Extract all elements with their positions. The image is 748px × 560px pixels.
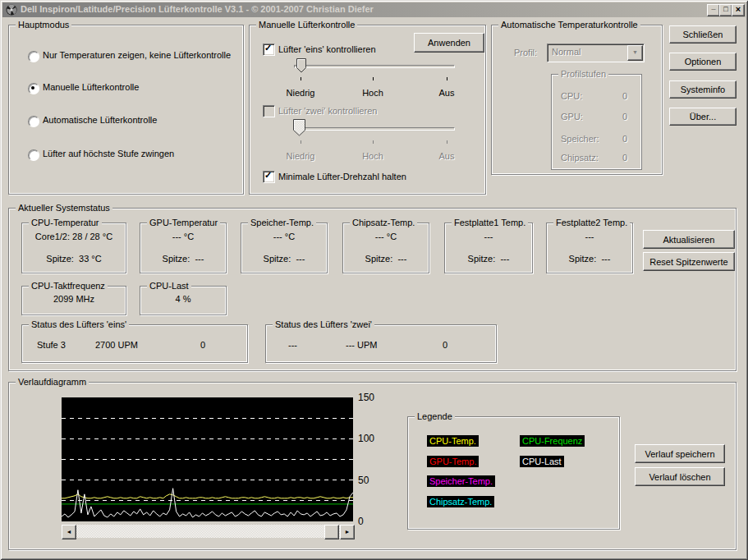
cpu-temp-peak-label: Spitze: (46, 254, 74, 264)
speicher-temp-peak-value: --- (296, 254, 305, 264)
fan2-slider-tick-high (373, 140, 374, 144)
fan1-checkbox-label: Lüfter 'eins' kontrollieren (278, 44, 376, 54)
stufen-chipsatz-value: 0 (622, 153, 627, 163)
close-icon: × (736, 4, 741, 14)
fan2-status-box: Status des Lüfters 'zwei' --- --- UPM 0 (265, 324, 497, 363)
history-chart-svg (62, 397, 353, 521)
chart-scrollbar[interactable]: ◄ ► (62, 525, 353, 538)
group-legende-title: Legende (415, 411, 455, 422)
chipsatz-temp-box: Chipsatz-Temp. --- °C Spitze: --- (342, 223, 429, 273)
radio-manual[interactable] (28, 83, 39, 94)
reset-spitzenwerte-button[interactable]: Reset Spitzenwerte (643, 252, 735, 271)
stufen-gpu-label: GPU: (561, 112, 583, 122)
minimize-button[interactable]: _ (707, 4, 720, 16)
radio-automatic[interactable] (28, 116, 39, 127)
window-title: Dell Inspiron/Latitude/Precision Lüfterk… (21, 4, 374, 14)
minimize-icon: _ (711, 2, 715, 11)
scroll-left-button[interactable]: ◄ (62, 525, 76, 539)
speicher-temp-box: Speicher-Temp. --- °C Spitze: --- (241, 223, 328, 273)
ueber-button[interactable]: Über... (669, 108, 737, 126)
title-bar: Dell Inspiron/Latitude/Precision Lüfterk… (2, 2, 746, 17)
fan2-slider-tick-off (447, 140, 447, 144)
stufen-chipsatz-label: Chipsatz: (561, 153, 599, 163)
chipsatz-temp-peak-label: Spitze: (365, 254, 393, 264)
legend-cpu-frequenz: CPU-Frequenz (520, 435, 585, 447)
cpu-load-box: CPU-Last 4 % (140, 286, 227, 315)
fan2-slider-tick-low (301, 140, 301, 144)
fan2-checkbox-label: Lüfter 'zwei' kontrollieren (278, 106, 377, 116)
fan1-slider-label-high: Hoch (362, 88, 383, 98)
fan1-slider-thumb[interactable] (296, 58, 306, 73)
arrow-right-icon: ► (345, 529, 351, 535)
festplatte1-temp-value: --- (445, 232, 532, 241)
radio-temps-only[interactable] (28, 51, 39, 62)
group-manuelle-title: Manuelle Lüfterkontrolle (256, 19, 357, 30)
festplatte2-temp-value: --- (547, 232, 632, 241)
gpu-temp-peak-value: --- (195, 254, 204, 264)
fan1-count: 0 (200, 340, 205, 350)
min-rpm-checkbox-label: Minimale Lüfter-Drehzahl halten (278, 172, 406, 181)
cpu-temp-box-title: CPU-Temperatur (29, 217, 102, 228)
fan2-slider-thumb (293, 119, 305, 136)
cpu-freq-box: CPU-Taktfrequenz 2099 MHz (21, 286, 126, 315)
fan2-slider-label-off: Aus (439, 151, 455, 161)
fan1-status-box-title: Status des Lüfters 'eins' (29, 319, 129, 330)
fan2-rpm: --- UPM (346, 340, 378, 350)
group-legende: Legende CPU-Temp. CPU-Frequenz GPU-Temp.… (407, 416, 620, 530)
cpu-temp-value: Core1/2: 28 / 28 °C (22, 232, 126, 241)
scroll-right-button[interactable]: ► (340, 525, 355, 539)
close-button[interactable]: × (732, 4, 745, 16)
verlauf-loeschen-button[interactable]: Verlauf löschen (635, 467, 725, 486)
cpu-freq-box-title: CPU-Taktfrequenz (29, 280, 108, 291)
festplatte2-peak-value: --- (601, 254, 610, 264)
festplatte2-temp-box: Festplatte2 Temp. --- Spitze: --- (546, 223, 633, 273)
gpu-temp-box: GPU-Temperatur --- °C Spitze: --- (140, 223, 227, 273)
chipsatz-temp-box-title: Chipsatz-Temp. (350, 217, 417, 228)
group-verlauf-title: Verlaufdiagramm (16, 376, 89, 388)
chipsatz-temp-value: --- °C (343, 232, 429, 241)
profil-label: Profil: (514, 48, 537, 57)
fan2-slider-track (294, 127, 455, 131)
fan1-checkbox[interactable] (263, 44, 275, 56)
anwenden-button[interactable]: Anwenden (414, 33, 484, 53)
profil-dropdown: Normal ▼ (547, 44, 645, 62)
festplatte1-peak-label: Spitze: (468, 254, 496, 264)
chevron-down-icon: ▼ (627, 45, 643, 61)
aktualisieren-button[interactable]: Aktualisieren (643, 230, 735, 249)
fan1-stage: Stufe 3 (37, 340, 66, 350)
chipsatz-temp-peak-value: --- (397, 254, 406, 264)
group-hauptmodus-title: Hauptmodus (16, 19, 71, 30)
min-rpm-checkbox[interactable] (263, 171, 275, 183)
fan1-slider-tick-low (301, 77, 301, 80)
stufen-speicher-label: Speicher: (561, 134, 599, 144)
scrollbar-thumb[interactable] (324, 525, 339, 539)
legend-gpu-temp: GPU-Temp. (427, 456, 479, 467)
chart-y-axis: 050100150 (358, 397, 383, 521)
legend-chipsatz-temp: Chipsatz-Temp. (427, 496, 494, 507)
stufen-gpu-value: 0 (622, 112, 627, 122)
fan1-slider-label-off: Aus (439, 88, 455, 98)
fan1-slider-tick-high (373, 77, 374, 80)
optionen-button[interactable]: Optionen (669, 53, 737, 71)
history-chart (62, 397, 353, 521)
fan2-stage: --- (288, 340, 297, 350)
stufen-cpu-value: 0 (622, 91, 627, 101)
radio-manual-label: Manuelle Lüfterkontrolle (43, 82, 139, 92)
radio-automatic-label: Automatische Lüfterkontrolle (43, 115, 157, 125)
legend-cpu-temp: CPU-Temp. (427, 435, 479, 447)
radio-max-speed-label: Lüfter auf höchste Stufe zwingen (43, 149, 174, 158)
fan2-status-box-title: Status des Lüfters 'zwei' (273, 319, 374, 330)
fan1-rpm: 2700 UPM (95, 340, 138, 350)
radio-max-speed[interactable] (28, 149, 39, 161)
stufen-cpu-label: CPU: (561, 91, 582, 101)
gpu-temp-peak-label: Spitze: (163, 254, 190, 264)
fan1-slider-tick-off (447, 77, 447, 80)
legend-cpu-last: CPU-Last (520, 456, 564, 467)
schliessen-button[interactable]: Schließen (669, 25, 737, 44)
fan1-slider-track[interactable] (294, 65, 455, 68)
verlauf-speichern-button[interactable]: Verlauf speichern (635, 444, 725, 463)
maximize-button[interactable]: □ (719, 4, 732, 16)
gpu-temp-box-title: GPU-Temperatur (147, 217, 220, 228)
gpu-temp-value: --- °C (140, 232, 226, 241)
systeminfo-button[interactable]: Systeminfo (669, 80, 737, 99)
